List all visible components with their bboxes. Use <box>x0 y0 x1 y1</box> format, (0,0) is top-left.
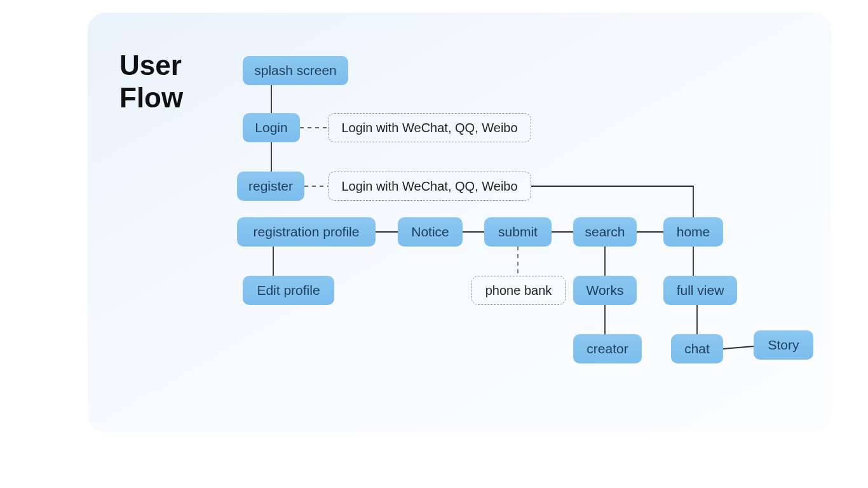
node-fullview: full view <box>663 276 737 305</box>
node-story: Story <box>754 330 813 360</box>
node-chat: chat <box>671 334 723 363</box>
node-creator: creator <box>573 334 642 363</box>
note-login: Login with WeChat, QQ, Weibo <box>328 113 531 142</box>
note-register: Login with WeChat, QQ, Weibo <box>328 172 531 201</box>
node-search: search <box>573 217 637 247</box>
node-editprof: Edit profile <box>243 276 334 305</box>
diagram-title: UserFlow <box>119 50 183 114</box>
node-splash: splash screen <box>243 56 348 85</box>
node-submit: submit <box>484 217 552 247</box>
node-regprof: registration profile <box>237 217 376 247</box>
diagram-canvas: UserFlow splash screen Login register re… <box>88 13 831 432</box>
node-register: register <box>237 172 304 201</box>
svg-line-14 <box>723 346 754 349</box>
node-works: Works <box>573 276 637 305</box>
note-phonebank: phone bank <box>471 276 566 305</box>
node-notice: Notice <box>398 217 463 247</box>
title-text: UserFlow <box>119 50 183 113</box>
node-home: home <box>663 217 723 247</box>
node-login: Login <box>243 113 300 142</box>
